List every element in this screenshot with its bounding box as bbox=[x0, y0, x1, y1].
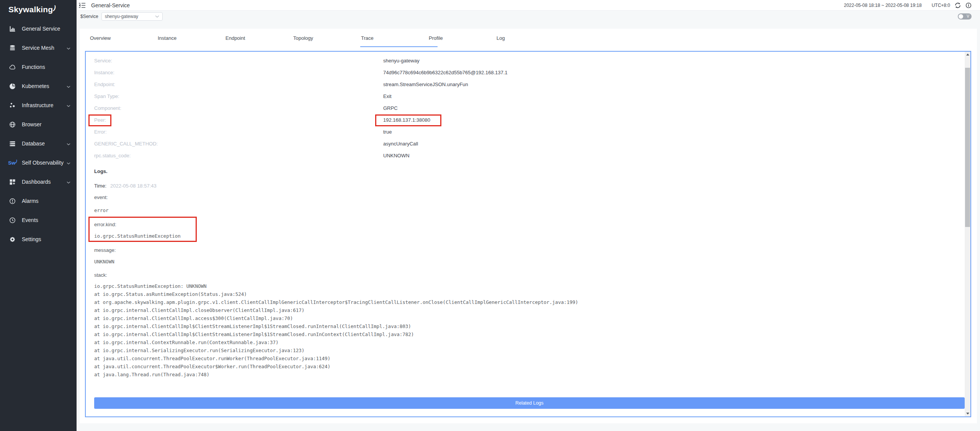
dots-icon bbox=[9, 102, 16, 109]
log-error-kind-value: io.grpc.StatusRuntimeException bbox=[94, 230, 955, 242]
field-row-span-type: Span Type:Exit bbox=[94, 90, 955, 102]
sidebar-item-alarms[interactable]: Alarms bbox=[0, 191, 77, 211]
field-row-peer: Peer:192.168.137.1:38080 bbox=[94, 114, 955, 126]
log-time-row: Time: 2022-05-08 18:57:43 bbox=[94, 180, 955, 191]
clock-icon bbox=[9, 217, 16, 224]
tab-endpoint[interactable]: Endpoint bbox=[225, 29, 293, 47]
toggle-label: V bbox=[967, 14, 969, 18]
sidebar-item-kubernetes[interactable]: Kubernetes bbox=[0, 77, 77, 96]
sidebar-item-label: Browser bbox=[22, 121, 41, 127]
cloud-icon bbox=[9, 64, 16, 70]
pie-icon bbox=[9, 83, 16, 90]
log-error-kind-key: error.kind: bbox=[94, 219, 955, 230]
chevron-down-icon bbox=[67, 160, 70, 166]
field-row-error: Error:true bbox=[94, 126, 955, 138]
timezone-selector[interactable]: UTC+8:0 bbox=[932, 3, 950, 8]
sidebar-item-label: Alarms bbox=[22, 198, 39, 204]
sidebar-item-label: Database bbox=[22, 140, 45, 147]
sidebar-item-dashboards[interactable]: Dashboards bbox=[0, 172, 77, 191]
sidebar-item-label: Events bbox=[22, 217, 38, 223]
sidebar-item-label: Functions bbox=[22, 64, 45, 70]
chevron-down-icon bbox=[67, 102, 70, 108]
sidebar-item-events[interactable]: Events bbox=[0, 211, 77, 230]
sidebar-item-settings[interactable]: Settings bbox=[0, 230, 77, 249]
field-label: Peer: bbox=[94, 117, 383, 123]
field-value: true bbox=[383, 129, 392, 135]
tab-profile[interactable]: Profile bbox=[429, 29, 497, 47]
app-logo[interactable]: Skywalking) bbox=[0, 0, 77, 19]
related-logs-button[interactable]: Related Logs bbox=[94, 397, 965, 409]
page-title: General-Service bbox=[91, 2, 130, 8]
log-event-key: event: bbox=[94, 191, 955, 203]
sidebar-item-label: Self Observability bbox=[22, 160, 64, 166]
sw-logo-icon: Sw) bbox=[9, 160, 16, 166]
log-stack-trace: io.grpc.StatusRuntimeException: UNKNOWN … bbox=[94, 282, 955, 379]
alert-icon bbox=[9, 198, 16, 204]
sidebar-item-label: Infrastructure bbox=[22, 102, 53, 108]
sidebar-item-label: Settings bbox=[22, 236, 41, 242]
bar-chart-icon bbox=[9, 26, 16, 32]
field-label: Error: bbox=[94, 129, 383, 135]
log-time-value: 2022-05-08 18:57:43 bbox=[110, 183, 157, 189]
scroll-down-arrow[interactable] bbox=[965, 411, 970, 416]
field-label: Span Type: bbox=[94, 93, 383, 99]
log-stack-key: stack: bbox=[94, 269, 955, 281]
log-message-value: UNKNOWN bbox=[94, 256, 955, 268]
service-select-value: shenyu-gateway bbox=[105, 14, 138, 19]
tab-overview[interactable]: Overview bbox=[90, 29, 158, 47]
chevron-down-icon bbox=[67, 45, 70, 51]
info-icon[interactable] bbox=[965, 2, 972, 8]
sidebar-nav: General Service Service Mesh Functions K… bbox=[0, 19, 77, 249]
field-row-component: Component:GRPC bbox=[94, 102, 955, 114]
chevron-down-icon bbox=[155, 14, 159, 19]
collapse-sidebar-icon[interactable] bbox=[78, 2, 86, 8]
field-row-endpoint: Endpoint:stream.StreamServiceJSON.unaryF… bbox=[94, 78, 955, 90]
sidebar-item-general-service[interactable]: General Service bbox=[0, 19, 77, 38]
sidebar-item-functions[interactable]: Functions bbox=[0, 57, 77, 77]
sidebar-item-label: Kubernetes bbox=[22, 83, 49, 89]
main-area: General-Service 2022-05-08 18:18 ~ 2022-… bbox=[77, 0, 980, 431]
version-toggle[interactable]: V bbox=[958, 13, 972, 20]
service-selector-label: $Service bbox=[80, 14, 98, 19]
field-row-service: Service:shenyu-gateway bbox=[94, 55, 955, 67]
scroll-up-arrow[interactable] bbox=[965, 52, 970, 57]
scrollbar-thumb[interactable] bbox=[965, 68, 970, 227]
sidebar-item-browser[interactable]: Browser bbox=[0, 115, 77, 134]
field-value: GRPC bbox=[383, 105, 398, 111]
field-value: stream.StreamServiceJSON.unaryFun bbox=[383, 82, 468, 87]
tab-log[interactable]: Log bbox=[497, 29, 564, 47]
globe-icon bbox=[9, 121, 16, 128]
log-time-label: Time: bbox=[94, 183, 106, 189]
log-message-key: message: bbox=[94, 244, 955, 256]
dashboard-card: Overview Instance Endpoint Topology Trac… bbox=[80, 29, 977, 423]
tab-trace[interactable]: Trace bbox=[361, 29, 429, 47]
server-icon bbox=[9, 140, 16, 147]
field-label: Instance: bbox=[94, 70, 383, 75]
sidebar-item-infrastructure[interactable]: Infrastructure bbox=[0, 96, 77, 115]
sidebar-item-self-observability[interactable]: Sw) Self Observability bbox=[0, 153, 77, 172]
chevron-down-icon bbox=[67, 83, 70, 89]
logo-swoosh: ) bbox=[52, 4, 57, 12]
field-row-instance: Instance:74d96c778c694c6b9b6322c62d55b76… bbox=[94, 67, 955, 78]
field-value: UNKNOWN bbox=[383, 153, 410, 158]
time-range-picker[interactable]: 2022-05-08 18:18 ~ 2022-05-08 19:18 bbox=[844, 3, 921, 8]
chevron-down-icon bbox=[67, 179, 70, 185]
tab-topology[interactable]: Topology bbox=[293, 29, 361, 47]
field-label: rpc.status_code: bbox=[94, 153, 383, 158]
field-value: asyncUnaryCall bbox=[383, 141, 418, 147]
panel-scrollbar[interactable] bbox=[965, 52, 970, 416]
tab-instance[interactable]: Instance bbox=[158, 29, 225, 47]
sidebar-item-service-mesh[interactable]: Service Mesh bbox=[0, 38, 77, 57]
field-label: Endpoint: bbox=[94, 82, 383, 87]
gear-icon bbox=[9, 236, 16, 243]
field-value: shenyu-gateway bbox=[383, 58, 420, 64]
refresh-icon[interactable] bbox=[955, 2, 961, 8]
field-row-rpc-status-code: rpc.status_code:UNKNOWN bbox=[94, 150, 955, 162]
field-label: Component: bbox=[94, 105, 383, 111]
field-value: 74d96c778c694c6b9b6322c62d55b765@192.168… bbox=[383, 70, 508, 75]
grid-plus-icon bbox=[9, 179, 16, 185]
field-label: GENERIC_CALL_METHOD: bbox=[94, 141, 383, 147]
sidebar-item-database[interactable]: Database bbox=[0, 134, 77, 153]
service-select[interactable]: shenyu-gateway bbox=[101, 12, 163, 21]
sidebar-item-label: Service Mesh bbox=[22, 45, 54, 51]
